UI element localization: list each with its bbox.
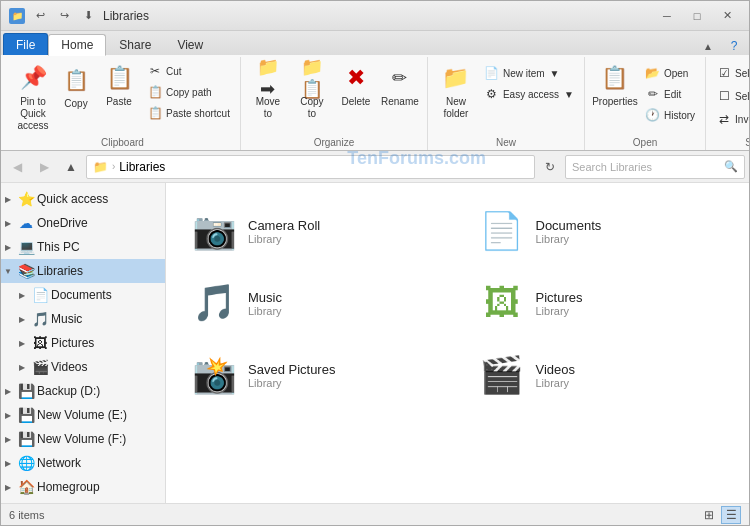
tab-share[interactable]: Share bbox=[106, 33, 164, 55]
chevron-volume-e: ▶ bbox=[1, 408, 15, 422]
select-none-icon: ☐ bbox=[716, 88, 732, 104]
properties-icon: 📋 bbox=[599, 62, 631, 94]
sidebar-item-pictures[interactable]: ▶ 🖼 Pictures bbox=[1, 331, 165, 355]
minimize-button[interactable]: ─ bbox=[653, 6, 681, 26]
sidebar-item-music[interactable]: ▶ 🎵 Music bbox=[1, 307, 165, 331]
nav-bar: ◀ ▶ ▲ 📁 › Libraries ↻ Search Libraries 🔍 bbox=[1, 151, 749, 183]
list-item[interactable]: 🖼 Pictures Library bbox=[470, 271, 734, 335]
tab-file[interactable]: File bbox=[3, 33, 48, 55]
back-button[interactable]: ◀ bbox=[5, 155, 29, 179]
details-view-button[interactable]: ☰ bbox=[721, 506, 741, 524]
qat-back[interactable]: ↩ bbox=[29, 7, 51, 25]
move-to-button[interactable]: 📁➡ Moveto bbox=[247, 59, 289, 123]
history-button[interactable]: 🕐 History bbox=[641, 105, 699, 125]
sidebar-item-volume-f[interactable]: ▶ 💾 New Volume (F:) bbox=[1, 427, 165, 451]
help-button[interactable]: ? bbox=[723, 37, 745, 55]
select-col: ☑ Select all ☐ Select none ⇄ Invert sele… bbox=[712, 59, 750, 129]
delete-button[interactable]: ✖ Delete bbox=[335, 59, 377, 111]
quick-access-toolbar: ↩ ↪ ⬇ bbox=[29, 7, 99, 25]
qat-down[interactable]: ⬇ bbox=[77, 7, 99, 25]
copy-to-button[interactable]: 📁📋 Copyto bbox=[291, 59, 333, 123]
list-item[interactable]: 📄 Documents Library bbox=[470, 199, 734, 263]
open-col: 📂 Open ✏ Edit 🕐 History bbox=[641, 59, 699, 125]
saved-pictures-content-type: Library bbox=[248, 377, 335, 389]
sidebar-item-documents[interactable]: ▶ 📄 Documents bbox=[1, 283, 165, 307]
main-area: ▶ ⭐ Quick access ▶ ☁ OneDrive ▶ 💻 This P… bbox=[1, 183, 749, 503]
music-icon: 🎵 bbox=[31, 310, 49, 328]
address-bar[interactable]: 📁 › Libraries bbox=[86, 155, 535, 179]
tab-home[interactable]: Home bbox=[48, 34, 106, 56]
rename-icon: ✏ bbox=[384, 62, 416, 94]
sidebar-item-volume-e[interactable]: ▶ 💾 New Volume (E:) bbox=[1, 403, 165, 427]
cut-button[interactable]: ✂ Cut bbox=[143, 61, 234, 81]
tab-view[interactable]: View bbox=[164, 33, 216, 55]
new-folder-button[interactable]: 📁 Newfolder bbox=[434, 59, 478, 123]
ribbon-tabs: File Home Share View ▲ ? bbox=[1, 31, 749, 55]
this-pc-icon: 💻 bbox=[17, 238, 35, 256]
item-count: 6 items bbox=[9, 509, 44, 521]
sidebar-label-backup: Backup (D:) bbox=[37, 384, 161, 398]
rename-button[interactable]: ✏ Rename bbox=[379, 59, 421, 111]
backup-icon: 💾 bbox=[17, 382, 35, 400]
open-button[interactable]: 📂 Open bbox=[641, 63, 699, 83]
list-item[interactable]: 📷 Camera Roll Library bbox=[182, 199, 446, 263]
select-all-icon: ☑ bbox=[716, 65, 732, 81]
documents-icon: 📄 bbox=[31, 286, 49, 304]
sidebar-label-quick-access: Quick access bbox=[37, 192, 161, 206]
open-buttons: 📋 Properties 📂 Open ✏ Edit 🕐 History bbox=[591, 59, 699, 135]
ribbon-content: 📌 Pin to Quick access 📋 Copy 📋 Paste ✂ bbox=[1, 55, 749, 150]
list-item[interactable]: 🎬 Videos Library bbox=[470, 343, 734, 407]
sidebar-item-videos[interactable]: ▶ 🎬 Videos bbox=[1, 355, 165, 379]
sidebar-item-quick-access[interactable]: ▶ ⭐ Quick access bbox=[1, 187, 165, 211]
refresh-button[interactable]: ↻ bbox=[538, 155, 562, 179]
search-placeholder: Search Libraries bbox=[572, 161, 652, 173]
close-button[interactable]: ✕ bbox=[713, 6, 741, 26]
organize-buttons: 📁➡ Moveto 📁📋 Copyto ✖ Delete ✏ Rename bbox=[247, 59, 421, 135]
search-bar[interactable]: Search Libraries 🔍 bbox=[565, 155, 745, 179]
select-all-button[interactable]: ☑ Select all bbox=[712, 63, 750, 83]
sidebar-item-homegroup[interactable]: ▶ 🏠 Homegroup bbox=[1, 475, 165, 499]
copy-path-button[interactable]: 📋 Copy path bbox=[143, 82, 234, 102]
list-item[interactable]: 🎵 Music Library bbox=[182, 271, 446, 335]
properties-button[interactable]: 📋 Properties bbox=[591, 59, 639, 111]
homegroup-icon: 🏠 bbox=[17, 478, 35, 496]
paste-button[interactable]: 📋 Paste bbox=[97, 59, 141, 111]
chevron-quick-access: ▶ bbox=[1, 192, 15, 206]
search-icon: 🔍 bbox=[724, 160, 738, 173]
sidebar-item-onedrive[interactable]: ▶ ☁ OneDrive bbox=[1, 211, 165, 235]
new-item-button[interactable]: 📄 New item ▼ bbox=[480, 63, 578, 83]
ribbon-group-organize: 📁➡ Moveto 📁📋 Copyto ✖ Delete ✏ Rename Or… bbox=[241, 57, 428, 150]
edit-button[interactable]: ✏ Edit bbox=[641, 84, 699, 104]
open-icon: 📂 bbox=[645, 65, 661, 81]
open-label: Open bbox=[633, 135, 657, 148]
up-button[interactable]: ▲ bbox=[59, 155, 83, 179]
sidebar-item-network[interactable]: ▶ 🌐 Network bbox=[1, 451, 165, 475]
maximize-button[interactable]: □ bbox=[683, 6, 711, 26]
select-none-button[interactable]: ☐ Select none bbox=[712, 86, 750, 106]
chevron-this-pc: ▶ bbox=[1, 240, 15, 254]
easy-access-button[interactable]: ⚙ Easy access ▼ bbox=[480, 84, 578, 104]
organize-label: Organize bbox=[314, 135, 355, 148]
large-icons-view-button[interactable]: ⊞ bbox=[699, 506, 719, 524]
sidebar-item-libraries[interactable]: ▼ 📚 Libraries bbox=[1, 259, 165, 283]
invert-selection-button[interactable]: ⇄ Invert selection bbox=[712, 109, 750, 129]
qat-forward[interactable]: ↪ bbox=[53, 7, 75, 25]
music-content-name: Music bbox=[248, 290, 282, 305]
pictures-content-name: Pictures bbox=[536, 290, 583, 305]
chevron-documents: ▶ bbox=[15, 288, 29, 302]
videos-content-name: Videos bbox=[536, 362, 576, 377]
paste-icon: 📋 bbox=[103, 62, 135, 94]
new-buttons: 📁 Newfolder 📄 New item ▼ ⚙ Easy access ▼ bbox=[434, 59, 578, 135]
videos-icon: 🎬 bbox=[31, 358, 49, 376]
forward-button[interactable]: ▶ bbox=[32, 155, 56, 179]
delete-icon: ✖ bbox=[340, 62, 372, 94]
copy-button[interactable]: 📋 Copy bbox=[57, 61, 95, 113]
sidebar-label-volume-e: New Volume (E:) bbox=[37, 408, 161, 422]
list-item[interactable]: 📸 Saved Pictures Library bbox=[182, 343, 446, 407]
sidebar-item-this-pc[interactable]: ▶ 💻 This PC bbox=[1, 235, 165, 259]
paste-shortcut-button[interactable]: 📋 Paste shortcut bbox=[143, 103, 234, 123]
pin-quick-access-button[interactable]: 📌 Pin to Quick access bbox=[11, 59, 55, 135]
view-controls: ⊞ ☰ bbox=[699, 506, 741, 524]
sidebar-item-backup[interactable]: ▶ 💾 Backup (D:) bbox=[1, 379, 165, 403]
ribbon-collapse[interactable]: ▲ bbox=[697, 37, 719, 55]
